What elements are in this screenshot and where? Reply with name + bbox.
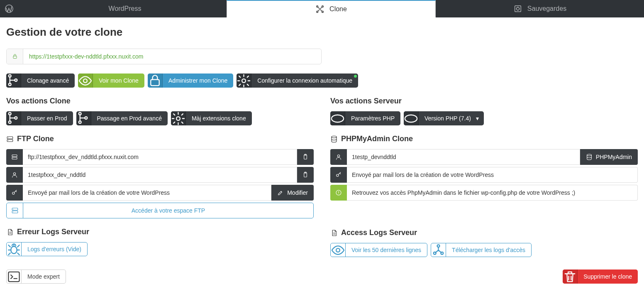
view-last-50-button[interactable]: Voir les 50 dernières lignes (330, 243, 427, 257)
tab-clone[interactable]: Clone (227, 0, 436, 17)
php-params-button[interactable]: Paramètres PHP (330, 111, 400, 125)
access-ftp-button[interactable]: Accéder à votre espace FTP (6, 203, 314, 218)
button-label: Passage en Prod avancé (91, 115, 168, 122)
button-label: Paramètres PHP (345, 115, 400, 122)
section-label: Erreur Logs Serveur (17, 228, 89, 236)
delete-clone-button[interactable]: Supprimer le clone (563, 270, 638, 284)
error-logs-title: Erreur Logs Serveur (6, 228, 314, 236)
pma-user-row: 1testp_devnddtld PHPMyAdmin (330, 149, 638, 165)
button-label: Supprimer le clone (578, 273, 638, 280)
button-label: Accéder à votre espace FTP (23, 207, 313, 214)
clone-actions-title: Vos actions Clone (6, 97, 314, 105)
server-actions-title: Vos actions Serveur (330, 97, 638, 105)
clone-icon (315, 5, 324, 14)
button-label: Administrer mon Clone (163, 77, 233, 84)
php-icon (404, 111, 419, 125)
button-label: Passer en Prod (21, 115, 73, 122)
puzzle-icon (171, 111, 186, 125)
trash-icon (563, 270, 578, 284)
button-label: Voir mon Clone (93, 77, 144, 84)
advanced-clone-button[interactable]: Clonage avancé (6, 74, 75, 88)
copy-ftp-url-button[interactable] (297, 149, 314, 165)
tab-label: Sauvegardes (527, 5, 566, 12)
phpmyadmin-button[interactable]: PHPMyAdmin (580, 149, 638, 165)
button-label: Modifier (287, 189, 308, 196)
pma-password-row: Envoyé par mail lors de la création de v… (330, 167, 638, 183)
pass-to-prod-button[interactable]: Passer en Prod (6, 111, 73, 125)
ftp-section-title: FTP Clone (6, 135, 314, 143)
chevron-down-icon: ▾ (475, 115, 484, 122)
branch-icon (6, 74, 21, 88)
tab-wordpress[interactable]: WordPress (18, 0, 227, 17)
database-icon (586, 154, 593, 160)
section-label: PHPMyAdmin Clone (341, 135, 413, 143)
download-access-logs-button[interactable]: Télécharger les logs d'accès (431, 243, 532, 257)
user-icon (6, 167, 23, 183)
clone-url[interactable]: https://1testpfxxx-dev-nddtld.pfxxx.nuxi… (23, 53, 149, 60)
database-icon (330, 135, 338, 143)
eye-icon (331, 243, 346, 257)
gear-icon (237, 74, 251, 88)
pma-user-value: 1testp_devnddtld (347, 149, 580, 165)
button-label: Màj extensions clone (186, 115, 252, 122)
clone-url-bar: https://1testpfxxx-dev-nddtld.pfxxx.nuxi… (6, 49, 322, 64)
lock-icon (148, 74, 163, 88)
tab-label: WordPress (109, 5, 141, 12)
bug-icon (7, 243, 22, 256)
user-icon (330, 149, 347, 165)
server-icon (6, 135, 14, 143)
edit-icon (277, 189, 284, 196)
safe-icon (513, 4, 522, 13)
main-toolbar: Clonage avancé Voir mon Clone Administre… (6, 74, 638, 88)
eye-icon (78, 74, 93, 88)
section-label: FTP Clone (17, 135, 54, 143)
key-icon (6, 185, 23, 201)
admin-clone-button[interactable]: Administrer mon Clone (148, 74, 233, 88)
pma-info-text: Retrouvez vos accès PhpMyAdmin dans le f… (347, 185, 638, 201)
button-label: PHPMyAdmin (596, 154, 632, 160)
wordpress-logo-icon (0, 0, 18, 17)
button-label: Configurer la connexion automatique (251, 77, 358, 84)
server-icon (7, 203, 23, 218)
info-icon (330, 185, 347, 201)
file-icon (6, 228, 14, 236)
ftp-password-row: Envoyé par mail lors de la création de v… (6, 185, 314, 201)
key-icon (330, 167, 347, 183)
tab-label: Clone (329, 5, 347, 13)
button-label: Télécharger les logs d'accès (446, 247, 531, 253)
terminal-icon (7, 270, 22, 283)
button-label: Mode expert (22, 273, 66, 280)
modify-ftp-password-button[interactable]: Modifier (271, 185, 314, 201)
dropdown-label: Version PHP (7.4) (419, 115, 475, 122)
php-version-dropdown[interactable]: Version PHP (7.4) ▾ (404, 111, 484, 125)
pass-to-prod-advanced-button[interactable]: Passage en Prod avancé (76, 111, 168, 125)
page-title: Gestion de votre clone (6, 26, 638, 39)
configure-auto-connect-button[interactable]: Configurer la connexion automatique (237, 74, 358, 88)
pma-password-hint: Envoyé par mail lors de la création de v… (347, 167, 638, 183)
ftp-user-row: 1testpfxxx_dev_nddtld (6, 167, 314, 183)
button-label: Clonage avancé (21, 77, 75, 84)
pma-section-title: PHPMyAdmin Clone (330, 135, 638, 143)
copy-ftp-user-button[interactable] (297, 167, 314, 183)
branch-icon (76, 111, 91, 125)
pma-info-row: Retrouvez vos accès PhpMyAdmin dans le f… (330, 185, 638, 201)
ftp-url-row: ftp://1testpfxxx_dev_nddtld.pfxxx.nuxit.… (6, 149, 314, 165)
access-logs-title: Access Logs Serveur (330, 228, 638, 237)
ftp-user-value: 1testpfxxx_dev_nddtld (23, 167, 297, 183)
error-logs-button[interactable]: Logs d'erreurs (Vide) (6, 242, 88, 256)
file-icon (330, 229, 338, 237)
section-label: Access Logs Serveur (341, 228, 417, 237)
ftp-password-hint: Envoyé par mail lors de la création de v… (23, 185, 271, 201)
ftp-url-value: ftp://1testpfxxx_dev_nddtld.pfxxx.nuxit.… (23, 149, 297, 165)
update-extensions-button[interactable]: Màj extensions clone (171, 111, 252, 125)
php-icon (330, 111, 345, 125)
server-icon (6, 149, 23, 165)
button-label: Voir les 50 dernières lignes (346, 247, 427, 253)
expert-mode-button[interactable]: Mode expert (6, 270, 66, 284)
branch-icon (6, 111, 21, 125)
view-clone-button[interactable]: Voir mon Clone (78, 74, 144, 88)
lock-icon (7, 49, 23, 64)
button-label: Logs d'erreurs (Vide) (22, 246, 87, 252)
tab-backups[interactable]: Sauvegardes (436, 0, 644, 17)
network-icon (431, 243, 446, 257)
